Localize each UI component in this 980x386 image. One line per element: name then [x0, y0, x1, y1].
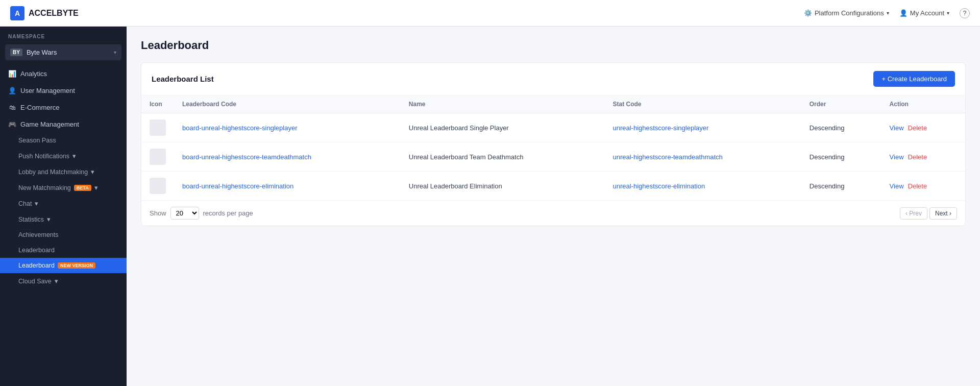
stat-code-link[interactable]: unreal-highestscore-elimination — [612, 182, 705, 190]
sidebar-item-leaderboard-new[interactable]: Leaderboard New Version — [0, 258, 127, 273]
sidebar-item-new-matchmaking[interactable]: New Matchmaking Beta ▾ — [0, 180, 127, 196]
season-pass-label: Season Pass — [18, 137, 56, 144]
new-matchmaking-label: New Matchmaking — [18, 184, 71, 191]
gear-icon: ⚙️ — [804, 9, 812, 17]
table-row: board-unreal-highestscore-singleplayer U… — [141, 113, 965, 142]
namespace-badge: BY — [10, 49, 22, 56]
sidebar-item-push-notifications[interactable]: Push Notifications ▾ — [0, 148, 127, 164]
help-icon: ? — [960, 8, 970, 18]
icon-placeholder — [150, 119, 166, 136]
logo-text: ACCELBYTE — [29, 9, 79, 18]
sidebar-item-analytics[interactable]: 📊 Analytics — [0, 65, 127, 82]
col-stat-code: Stat Code — [604, 95, 801, 113]
sidebar-item-analytics-label: Analytics — [20, 70, 47, 78]
show-label: Show — [150, 209, 166, 217]
main-layout: NAMESPACE BY Byte Wars ▾ 📊 Analytics 👤 U… — [0, 27, 980, 386]
col-icon: Icon — [141, 95, 174, 113]
leaderboard-code-link[interactable]: board-unreal-highestscore-teamdeathmatch — [182, 153, 311, 161]
col-action: Action — [881, 95, 965, 113]
leaderboard-table: Icon Leaderboard Code Name Stat Code Ord… — [141, 95, 965, 200]
table-row: board-unreal-highestscore-elimination Un… — [141, 172, 965, 201]
namespace-label: NAMESPACE — [0, 27, 127, 42]
row-stat-code: unreal-highestscore-teamdeathmatch — [604, 142, 801, 172]
sidebar-item-achievements[interactable]: Achievements — [0, 227, 127, 243]
pagination-bar: Show 20 50 100 records per page ‹ Prev N… — [141, 200, 965, 226]
view-button[interactable]: View — [890, 153, 904, 161]
sidebar-item-ecommerce-label: E-Commerce — [20, 104, 60, 111]
prev-page-button[interactable]: ‹ Prev — [900, 207, 927, 220]
records-label: records per page — [203, 209, 253, 217]
row-icon-cell — [141, 172, 174, 201]
logo: A ACCELBYTE — [10, 6, 79, 20]
create-leaderboard-button[interactable]: + Create Leaderboard — [873, 71, 955, 87]
sidebar-item-cloud-save[interactable]: Cloud Save ▾ — [0, 273, 127, 289]
my-account-label: My Account — [910, 9, 944, 17]
sidebar-item-game-management[interactable]: 🎮 Game Management — [0, 116, 127, 133]
my-account-menu[interactable]: 👤 My Account ▾ — [899, 9, 949, 17]
row-action: View Delete — [881, 113, 965, 142]
delete-button[interactable]: Delete — [908, 124, 927, 132]
delete-button[interactable]: Delete — [908, 182, 927, 190]
user-management-icon: 👤 — [8, 87, 16, 94]
statistics-label: Statistics — [18, 216, 44, 223]
row-name: Unreal Leaderboard Single Player — [401, 113, 605, 142]
lobby-matchmaking-chevron-icon: ▾ — [91, 168, 94, 176]
row-action: View Delete — [881, 142, 965, 172]
stat-code-link[interactable]: unreal-highestscore-singleplayer — [612, 124, 708, 132]
chat-label: Chat — [18, 200, 32, 207]
help-button[interactable]: ? — [960, 8, 970, 18]
stat-code-link[interactable]: unreal-highestscore-teamdeathmatch — [612, 153, 722, 161]
action-links: View Delete — [890, 153, 957, 161]
row-icon-cell — [141, 113, 174, 142]
platform-config-menu[interactable]: ⚙️ Platform Configurations ▾ — [804, 9, 889, 17]
row-order: Descending — [801, 172, 881, 201]
sidebar-item-leaderboard[interactable]: Leaderboard — [0, 243, 127, 258]
sidebar-item-season-pass[interactable]: Season Pass — [0, 133, 127, 148]
statistics-chevron-icon: ▾ — [47, 215, 51, 223]
row-stat-code: unreal-highestscore-elimination — [604, 172, 801, 201]
row-leaderboard-code: board-unreal-highestscore-singleplayer — [174, 113, 401, 142]
view-button[interactable]: View — [890, 182, 904, 190]
sidebar-item-user-management[interactable]: 👤 User Management — [0, 82, 127, 99]
push-notifications-label: Push Notifications — [18, 153, 69, 160]
row-name: Unreal Leaderboard Team Deathmatch — [401, 142, 605, 172]
platform-config-chevron-icon: ▾ — [887, 10, 889, 16]
row-leaderboard-code: board-unreal-highestscore-elimination — [174, 172, 401, 201]
sidebar-item-statistics[interactable]: Statistics ▾ — [0, 211, 127, 227]
delete-button[interactable]: Delete — [908, 153, 927, 161]
icon-placeholder — [150, 149, 166, 165]
my-account-chevron-icon: ▾ — [947, 10, 949, 16]
view-button[interactable]: View — [890, 124, 904, 132]
sidebar-item-user-management-label: User Management — [20, 87, 75, 94]
sidebar-item-ecommerce[interactable]: 🛍 E-Commerce — [0, 99, 127, 116]
row-icon-cell — [141, 142, 174, 172]
cloud-save-chevron-icon: ▾ — [55, 277, 58, 285]
topnav-right: ⚙️ Platform Configurations ▾ 👤 My Accoun… — [804, 8, 970, 18]
row-stat-code: unreal-highestscore-singleplayer — [604, 113, 801, 142]
page-title: Leaderboard — [141, 39, 966, 52]
table-header-row: Icon Leaderboard Code Name Stat Code Ord… — [141, 95, 965, 113]
leaderboard-code-link[interactable]: board-unreal-highestscore-singleplayer — [182, 124, 297, 132]
row-order: Descending — [801, 142, 881, 172]
next-page-button[interactable]: Next › — [929, 207, 957, 220]
row-action: View Delete — [881, 172, 965, 201]
leaderboard-code-link[interactable]: board-unreal-highestscore-elimination — [182, 182, 293, 190]
platform-config-label: Platform Configurations — [815, 9, 884, 17]
sidebar-item-chat[interactable]: Chat ▾ — [0, 196, 127, 211]
per-page-select[interactable]: 20 50 100 — [170, 207, 199, 220]
leaderboard-label: Leaderboard — [18, 247, 55, 254]
pagination-nav: ‹ Prev Next › — [900, 207, 957, 220]
game-management-icon: 🎮 — [8, 120, 16, 128]
sidebar: NAMESPACE BY Byte Wars ▾ 📊 Analytics 👤 U… — [0, 27, 127, 386]
row-order: Descending — [801, 113, 881, 142]
sidebar-item-lobby-matchmaking[interactable]: Lobby and Matchmaking ▾ — [0, 164, 127, 180]
namespace-chevron-icon: ▾ — [114, 50, 116, 55]
action-links: View Delete — [890, 182, 957, 190]
namespace-selector[interactable]: BY Byte Wars ▾ — [5, 44, 121, 60]
table-row: board-unreal-highestscore-teamdeathmatch… — [141, 142, 965, 172]
leaderboard-list-card: Leaderboard List + Create Leaderboard Ic… — [141, 62, 966, 226]
col-order: Order — [801, 95, 881, 113]
content-area: Leaderboard Leaderboard List + Create Le… — [127, 27, 980, 386]
namespace-name: Byte Wars — [27, 49, 110, 56]
push-notifications-chevron-icon: ▾ — [72, 152, 76, 160]
